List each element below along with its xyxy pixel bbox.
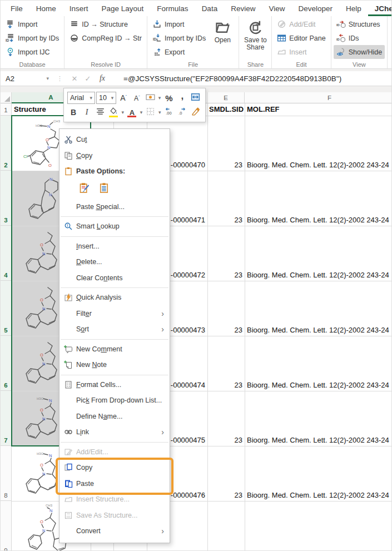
cell-smdl-sid-row-4[interactable]: 23 bbox=[209, 271, 242, 279]
chevron-down-icon[interactable]: ▾ bbox=[158, 110, 162, 115]
cell-smdl-sid-row-6[interactable]: 23 bbox=[209, 381, 242, 389]
cell-mol-ref-row-5[interactable]: Bioorg. Med. Chem. Lett. 12(2)-2002 243-… bbox=[247, 326, 392, 334]
row-header-5[interactable]: 5 bbox=[1, 281, 12, 336]
menu-item-convert[interactable]: Convert› bbox=[59, 523, 170, 539]
ribbon-button-editor-pane[interactable]: Editor Pane bbox=[274, 31, 328, 45]
ribbon-button-import-by-ids[interactable]: IDImport by IDs bbox=[3, 31, 62, 45]
column-header-e[interactable]: E bbox=[207, 92, 245, 103]
chevron-down-icon[interactable]: ▾ bbox=[90, 95, 93, 101]
name-box-dropdown-icon[interactable]: ▾ bbox=[46, 76, 49, 81]
menu-item-new-note[interactable]: New Note bbox=[59, 357, 170, 373]
menu-item-quick-analysis[interactable]: Quick Analysis bbox=[59, 290, 170, 306]
menu-item-format-cells[interactable]: Format Cells... bbox=[59, 377, 170, 393]
tab-jchem[interactable]: JChem bbox=[368, 2, 391, 16]
menu-item-paste-special[interactable]: Paste Special... bbox=[59, 199, 170, 215]
bold-button[interactable]: B bbox=[67, 106, 80, 118]
menu-item-insert-structure[interactable]: Insert Structure... bbox=[59, 492, 170, 508]
ribbon-button-sync[interactable] bbox=[390, 45, 392, 59]
font-name-combo[interactable]: Arial▾ bbox=[67, 92, 95, 104]
format-painter-button[interactable] bbox=[190, 106, 202, 118]
cell-smdl-sid-row-2[interactable]: 23 bbox=[209, 161, 242, 169]
cell-smdl-sid-row-8[interactable]: 23 bbox=[209, 491, 242, 499]
ribbon-button-export[interactable]: Export bbox=[150, 45, 209, 59]
percent-style-button[interactable]: % bbox=[163, 92, 175, 104]
shrink-font-button[interactable]: Aˇ bbox=[131, 92, 143, 104]
menu-item-filter[interactable]: Filter› bbox=[59, 306, 170, 322]
chevron-down-icon[interactable]: ▾ bbox=[139, 110, 143, 115]
menu-item-clear-contents[interactable]: Clear Contents bbox=[59, 270, 170, 286]
ribbon-button-structures[interactable]: IDStructures bbox=[334, 17, 385, 31]
enter-button[interactable]: ✓ bbox=[81, 75, 95, 83]
cell-mol-ref-row-8[interactable]: Bioorg. Med. Chem. Lett. 12(2)-2002 243-… bbox=[247, 491, 392, 499]
chevron-down-icon[interactable]: ▾ bbox=[157, 95, 162, 101]
menu-item-copy[interactable]: Copy bbox=[59, 148, 170, 164]
insert-function-button[interactable]: fx bbox=[95, 74, 110, 83]
align-center-button[interactable] bbox=[94, 106, 106, 118]
tab-home[interactable]: Home bbox=[29, 2, 63, 16]
cell-mol-ref-row-2[interactable]: Bioorg. Med. Chem. Lett. 12(2)-2002 243-… bbox=[247, 161, 392, 169]
ribbon-button-import[interactable]: Import bbox=[150, 17, 209, 31]
ribbon-button-open[interactable]: Open bbox=[209, 17, 236, 44]
menu-item-define-name[interactable]: Define Name... bbox=[59, 409, 170, 425]
row-header-3[interactable]: 3 bbox=[1, 171, 12, 226]
row-header-2[interactable]: 2 bbox=[1, 116, 12, 171]
menu-item-pick-from-list[interactable]: Pick From Drop-down List... bbox=[59, 393, 170, 409]
cancel-button[interactable]: ✕ bbox=[68, 75, 81, 83]
ribbon-button-save-to-share[interactable]: Save to Share bbox=[241, 17, 269, 51]
row-header-8[interactable]: 8 bbox=[1, 446, 12, 501]
ribbon-button-import-by-ids[interactable]: IDImport by IDs bbox=[150, 31, 209, 45]
menu-item-save-as-structure[interactable]: Save As Structure... bbox=[59, 508, 170, 524]
cell-mol-ref-row-6[interactable]: Bioorg. Med. Chem. Lett. 12(2)-2002 243-… bbox=[247, 381, 392, 389]
row-header-4[interactable]: 4 bbox=[1, 226, 12, 281]
tab-review[interactable]: Review bbox=[224, 2, 262, 16]
italic-button[interactable]: I bbox=[81, 106, 93, 118]
tab-data[interactable]: Data bbox=[195, 2, 225, 16]
tab-file[interactable]: File bbox=[4, 2, 29, 16]
menu-item-insert[interactable]: Insert... bbox=[59, 239, 170, 255]
chevron-down-icon[interactable]: ▾ bbox=[121, 110, 125, 115]
row-header-9[interactable]: 9 bbox=[1, 501, 12, 551]
ribbon-button-hex-minus[interactable] bbox=[390, 31, 392, 45]
paste-values-button[interactable] bbox=[97, 182, 111, 196]
font-color-button[interactable]: A bbox=[126, 106, 138, 118]
ribbon-button-import[interactable]: Import bbox=[3, 17, 62, 31]
decrease-decimal-button[interactable]: .0 bbox=[176, 106, 188, 118]
cell-mol-ref-row-3[interactable]: Bioorg. Med. Chem. Lett. 12(2)-2002 243-… bbox=[247, 216, 392, 224]
ribbon-button-show-hide[interactable]: Show/Hide bbox=[334, 45, 385, 59]
select-all-corner[interactable] bbox=[1, 92, 12, 103]
paste-keep-formatting-button[interactable] bbox=[77, 182, 92, 196]
cell-mol-ref-row-7[interactable]: Bioorg. Med. Chem. Lett. 12(2)-2002 243-… bbox=[247, 436, 392, 444]
ribbon-button-id-structure[interactable]: ID → Structure bbox=[67, 17, 145, 31]
cell-smdl-sid-row-7[interactable]: 23 bbox=[209, 436, 242, 444]
fill-color-button[interactable] bbox=[107, 106, 120, 118]
menu-item-sort[interactable]: Sort› bbox=[59, 321, 170, 337]
row-header-7[interactable]: 7 bbox=[1, 391, 12, 446]
tab-developer[interactable]: Developer bbox=[291, 2, 339, 16]
menu-item-paste-structure[interactable]: Paste bbox=[59, 476, 170, 492]
ribbon-button-insert[interactable]: Insert bbox=[274, 45, 328, 59]
cell-smdl-sid-row-5[interactable]: 23 bbox=[209, 326, 242, 334]
increase-decimal-button[interactable]: .00 bbox=[163, 106, 175, 118]
menu-item-smart-lookup[interactable]: Smart Lookup bbox=[59, 219, 170, 235]
tab-insert[interactable]: Insert bbox=[63, 2, 95, 16]
font-size-combo[interactable]: 10▾ bbox=[96, 92, 116, 104]
formula-input[interactable]: =@JCSYSStructure("EF2F80099A4F38F42D2220… bbox=[110, 75, 341, 83]
ribbon-button-compreg-id-str[interactable]: CompReg ID → Str bbox=[67, 31, 145, 45]
accounting-format-button[interactable] bbox=[144, 92, 156, 104]
grow-font-button[interactable]: Aˆ bbox=[117, 92, 130, 104]
menu-item-cut[interactable]: Cut bbox=[59, 132, 170, 148]
row-header-1[interactable]: 1 bbox=[1, 103, 12, 116]
tab-page-layout[interactable]: Page Layout bbox=[95, 2, 151, 16]
merge-center-button[interactable] bbox=[190, 92, 202, 104]
ribbon-button-add-edit[interactable]: Add/Edit bbox=[274, 17, 328, 31]
comma-style-button[interactable]: , bbox=[176, 92, 188, 104]
tab-help[interactable]: Help bbox=[339, 2, 368, 16]
tab-view[interactable]: View bbox=[262, 2, 291, 16]
ribbon-button-hex-plus[interactable] bbox=[390, 17, 392, 31]
row-header-6[interactable]: 6 bbox=[1, 336, 12, 391]
ribbon-button-import-ijc[interactable]: Import IJC bbox=[3, 45, 62, 59]
menu-item-new-comment[interactable]: New Comment bbox=[59, 341, 170, 358]
ribbon-button-ids[interactable]: IDIDs bbox=[334, 31, 385, 45]
cell-smdl-sid-row-3[interactable]: 23 bbox=[209, 216, 242, 224]
menu-item-link[interactable]: Link› bbox=[59, 424, 170, 440]
